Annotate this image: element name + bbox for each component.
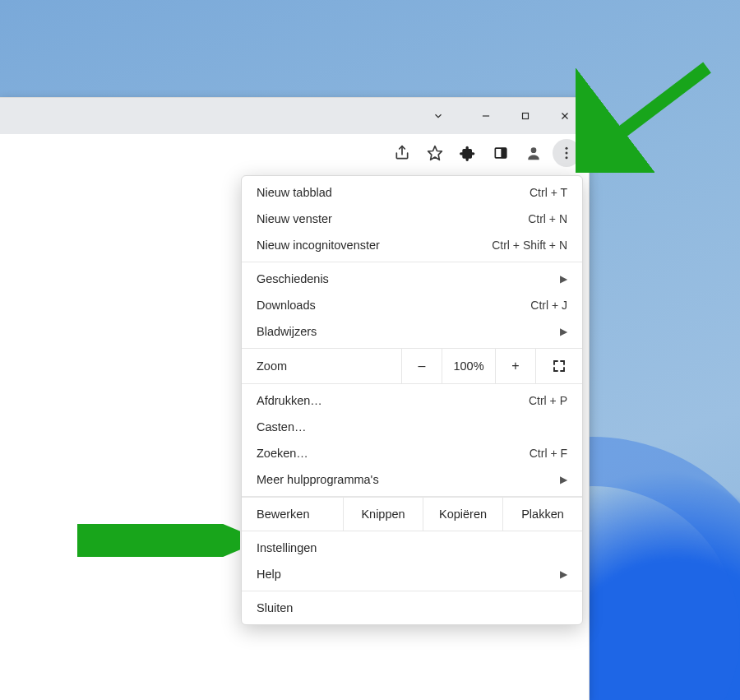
menu-label: Nieuw venster xyxy=(257,212,528,225)
chevron-right-icon: ▶ xyxy=(560,273,567,285)
window-minimize-button[interactable] xyxy=(467,100,505,132)
menu-edit-row: Bewerken Knippen Kopiëren Plakken xyxy=(242,497,582,531)
svg-point-10 xyxy=(566,152,568,155)
svg-marker-5 xyxy=(428,146,442,160)
extensions-puzzle-icon[interactable] xyxy=(454,139,482,167)
more-menu-kebab-icon[interactable] xyxy=(553,139,580,167)
menu-section-new: Nieuw tabblad Ctrl + T Nieuw venster Ctr… xyxy=(242,176,582,262)
menu-item-history[interactable]: Geschiedenis ▶ xyxy=(242,266,582,292)
menu-item-print[interactable]: Afdrukken… Ctrl + P xyxy=(242,387,582,414)
menu-shortcut: Ctrl + F xyxy=(530,447,567,460)
browser-toolbar xyxy=(0,134,589,173)
menu-shortcut: Ctrl + T xyxy=(530,186,567,199)
svg-rect-7 xyxy=(502,148,506,158)
side-panel-icon[interactable] xyxy=(487,139,515,167)
svg-point-8 xyxy=(531,147,537,153)
menu-shortcut: Ctrl + N xyxy=(528,212,567,225)
menu-item-more-tools[interactable]: Meer hulpprogramma's ▶ xyxy=(242,466,582,493)
window-maximize-button[interactable] xyxy=(506,100,544,132)
menu-label: Nieuw tabblad xyxy=(257,186,530,199)
chevron-right-icon: ▶ xyxy=(560,326,567,337)
menu-section-settings: Instellingen Help ▶ xyxy=(242,531,582,591)
chevron-right-icon: ▶ xyxy=(560,568,567,580)
menu-item-new-window[interactable]: Nieuw venster Ctrl + N xyxy=(242,206,582,232)
menu-section-exit: Sluiten xyxy=(242,591,582,624)
edit-cut-button[interactable]: Knippen xyxy=(343,498,423,531)
menu-item-bookmarks[interactable]: Bladwijzers ▶ xyxy=(242,318,582,345)
menu-label: Instellingen xyxy=(257,541,567,554)
menu-label: Help xyxy=(257,568,553,581)
menu-label: Bladwijzers xyxy=(257,325,553,338)
menu-label: Afdrukken… xyxy=(257,394,529,407)
bookmark-star-icon[interactable] xyxy=(421,139,449,167)
svg-line-12 xyxy=(592,67,707,155)
menu-item-exit[interactable]: Sluiten xyxy=(242,595,582,621)
fullscreen-icon[interactable] xyxy=(535,349,582,383)
window-close-button[interactable] xyxy=(546,100,584,132)
zoom-value: 100% xyxy=(442,349,495,383)
zoom-out-button[interactable]: – xyxy=(401,349,442,383)
menu-label: Zoeken… xyxy=(257,447,530,460)
menu-shortcut: Ctrl + P xyxy=(529,394,567,407)
menu-item-new-tab[interactable]: Nieuw tabblad Ctrl + T xyxy=(242,179,582,206)
menu-section-history: Geschiedenis ▶ Downloads Ctrl + J Bladwi… xyxy=(242,262,582,349)
tab-search-dropdown-icon[interactable] xyxy=(419,100,457,132)
menu-item-new-incognito[interactable]: Nieuw incognitovenster Ctrl + Shift + N xyxy=(242,232,582,258)
menu-item-downloads[interactable]: Downloads Ctrl + J xyxy=(242,292,582,318)
share-icon[interactable] xyxy=(388,139,416,167)
chrome-main-menu: Nieuw tabblad Ctrl + T Nieuw venster Ctr… xyxy=(241,175,583,625)
desktop-background: Nieuw tabblad Ctrl + T Nieuw venster Ctr… xyxy=(0,0,740,700)
menu-label: Downloads xyxy=(257,299,530,312)
browser-window: Nieuw tabblad Ctrl + T Nieuw venster Ctr… xyxy=(0,97,590,700)
menu-item-help[interactable]: Help ▶ xyxy=(242,561,582,587)
edit-copy-button[interactable]: Kopiëren xyxy=(423,498,502,531)
menu-label: Geschiedenis xyxy=(257,272,553,285)
edit-paste-button[interactable]: Plakken xyxy=(502,498,582,531)
menu-shortcut: Ctrl + J xyxy=(530,299,567,312)
menu-zoom-row: Zoom – 100% + xyxy=(242,349,582,384)
profile-avatar-icon[interactable] xyxy=(520,139,548,167)
annotation-arrow-top xyxy=(576,58,724,173)
menu-section-tools: Afdrukken… Ctrl + P Casten… Zoeken… Ctrl… xyxy=(242,384,582,497)
menu-label: Meer hulpprogramma's xyxy=(257,473,553,486)
zoom-in-button[interactable]: + xyxy=(495,349,535,383)
menu-shortcut: Ctrl + Shift + N xyxy=(492,239,567,252)
svg-rect-1 xyxy=(523,114,529,119)
menu-item-settings[interactable]: Instellingen xyxy=(242,535,582,561)
svg-point-9 xyxy=(566,147,568,150)
edit-label: Bewerken xyxy=(242,498,343,531)
chevron-right-icon: ▶ xyxy=(560,474,567,485)
menu-item-cast[interactable]: Casten… xyxy=(242,414,582,440)
menu-item-find[interactable]: Zoeken… Ctrl + F xyxy=(242,440,582,466)
window-titlebar xyxy=(0,98,589,134)
menu-label: Nieuw incognitovenster xyxy=(257,239,492,252)
svg-point-11 xyxy=(566,156,568,159)
zoom-label: Zoom xyxy=(242,349,401,383)
menu-label: Casten… xyxy=(257,420,567,433)
menu-label: Sluiten xyxy=(257,601,567,614)
